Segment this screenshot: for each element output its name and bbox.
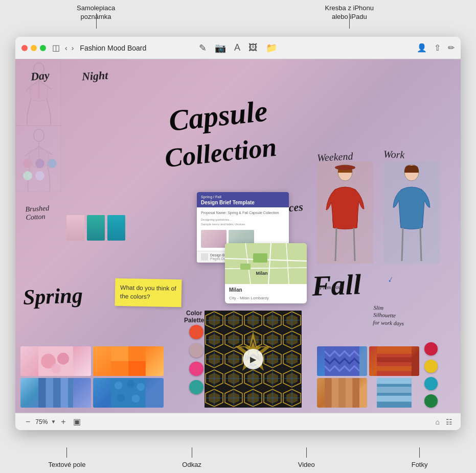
zoom-value: 75% [35, 418, 48, 425]
zigzag-svg [317, 346, 367, 376]
image-tribal-pattern [369, 346, 419, 376]
fabric-swatch-pink [66, 215, 84, 241]
svg-point-42 [137, 383, 144, 391]
card-header: Spring / Fall Design Brief Template [197, 192, 289, 207]
svg-rect-69 [377, 387, 412, 393]
image-icon[interactable]: 🖼 [248, 42, 258, 53]
toolbar-right: 👤 ⇧ ✏ [417, 43, 455, 53]
swatch-blue-gray [48, 159, 57, 168]
orange-svg [93, 346, 164, 376]
minimize-button[interactable] [31, 45, 37, 51]
image-fabric-blue [20, 378, 91, 408]
svg-rect-37 [61, 378, 68, 408]
image-floral [20, 346, 91, 376]
zoom-out-button[interactable]: − [24, 416, 32, 428]
floral-svg [20, 346, 91, 376]
fullscreen-button[interactable] [40, 45, 46, 51]
svg-rect-71 [377, 396, 412, 402]
work-figure-svg [383, 161, 440, 264]
svg-point-28 [57, 353, 69, 365]
video-label: Video [298, 461, 315, 468]
image-blue-candy [93, 378, 164, 408]
bottom-images-right [317, 346, 419, 408]
fabric-swatch-teal [87, 215, 105, 241]
right-circle-red [424, 342, 438, 356]
brushed-cotton-label: Brushed Cotton [25, 204, 50, 222]
svg-line-25 [420, 228, 421, 261]
canvas-area[interactable]: Day Night [15, 59, 461, 413]
status-home-icon[interactable]: ⌂ [436, 418, 440, 426]
fabric-swatch-cyan [107, 215, 125, 241]
sticky-note-text: What do you think of the colors? [120, 284, 176, 300]
swatch-pink [23, 159, 32, 168]
candy-svg [93, 378, 164, 408]
right-color-circles [424, 342, 438, 408]
day-label: Day [30, 68, 50, 83]
sidebar-toggle-icon[interactable]: ◫ [52, 43, 60, 53]
svg-rect-32 [128, 361, 146, 376]
milan-label: Milan [225, 284, 307, 296]
zoom-in-button[interactable]: + [59, 416, 67, 428]
swatch-mauve [35, 159, 44, 168]
svg-rect-63 [338, 378, 346, 408]
fit-button[interactable]: ▣ [71, 416, 83, 428]
milan-map: Milan [225, 243, 307, 284]
svg-text:Collection: Collection [163, 132, 278, 173]
traffic-lights [21, 45, 46, 51]
svg-rect-57 [377, 346, 412, 354]
annotation-textove-pole: Textové pole [48, 447, 85, 469]
right-circle-green [424, 394, 438, 408]
svg-point-22 [335, 165, 355, 170]
edit-icon[interactable]: ✏ [448, 43, 455, 53]
spring-label: Spring [22, 283, 83, 310]
weekend-figure-svg [317, 161, 373, 264]
toolbar-center: ✎ 📷 A 🖼 📁 [199, 42, 277, 54]
svg-point-44 [132, 395, 140, 403]
tan-fabric-svg [317, 378, 367, 408]
collaborate-icon[interactable]: 👤 [417, 43, 427, 53]
card-footer-icon [201, 253, 208, 261]
svg-rect-34 [38, 378, 46, 408]
note-icon[interactable]: ✎ [199, 42, 207, 54]
slim-silhouette-label: Slim Silhouette for work days [373, 304, 404, 327]
svg-rect-62 [332, 378, 339, 408]
odkaz-label: Odkaz [182, 461, 201, 468]
forward-arrow-icon[interactable]: › [71, 44, 75, 52]
iphone-drawing-label: Kresba z iPhonu alebo iPadu [325, 4, 374, 20]
fabric-swatches-area [66, 215, 125, 241]
folder-icon[interactable]: 📁 [266, 42, 277, 54]
annotation-sticky-note: Samolepiaca poznámka [77, 4, 115, 21]
left-color-swatches [23, 159, 57, 180]
nav-arrows: ‹ › [64, 44, 75, 52]
camera-icon[interactable]: 📷 [215, 42, 226, 54]
color-palette-circles [189, 325, 203, 394]
card-title: Design Brief Template [201, 200, 285, 205]
swatch-teal [23, 171, 32, 180]
svg-point-40 [115, 382, 122, 389]
sticky-note[interactable]: What do you think of the colors? [115, 278, 182, 307]
capsule-collection-svg: Capsule Collection [126, 85, 314, 177]
share-icon[interactable]: ⇧ [434, 43, 441, 53]
status-grid-icon[interactable]: ☷ [446, 418, 452, 426]
svg-line-21 [354, 228, 355, 261]
annotation-video: Video [298, 447, 315, 469]
milan-card[interactable]: Milan Milan City - Milan Lombardy [225, 243, 307, 303]
milan-map-svg: Milan [225, 243, 307, 284]
play-button[interactable]: ▶ [243, 349, 263, 369]
svg-rect-38 [68, 378, 73, 408]
back-arrow-icon[interactable]: ‹ [64, 44, 69, 52]
video-container[interactable]: ▶ [205, 311, 302, 408]
annotation-odkaz: Odkaz [182, 447, 201, 469]
window-title: Fashion Mood Board [80, 44, 146, 52]
text-icon[interactable]: A [234, 42, 240, 53]
zoom-dropdown-arrow[interactable]: ▼ [51, 419, 56, 424]
fotky-label: Fotky [412, 461, 428, 468]
svg-rect-59 [377, 366, 412, 371]
card-thumb-1 [201, 230, 226, 248]
svg-text:Milan: Milan [256, 271, 267, 276]
close-button[interactable] [21, 45, 28, 51]
night-label: Night [81, 69, 108, 84]
image-zigzag-pattern [317, 346, 367, 376]
image-stripe-fabric [369, 378, 419, 408]
capsule-collection-title: Capsule Collection [126, 85, 314, 182]
